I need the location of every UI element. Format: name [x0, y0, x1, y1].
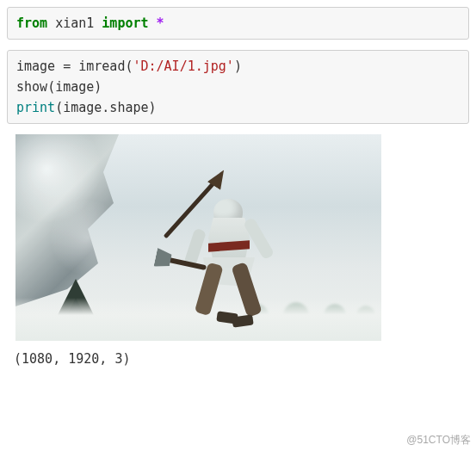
output-image [15, 134, 381, 341]
scene-character [179, 182, 282, 328]
character-bow-icon [164, 178, 219, 238]
code-cell-1: from xian1 import * [7, 7, 469, 40]
code-cell-2: image = imread('D:/AI/1.jpg') show(image… [7, 50, 469, 124]
paren-close-3: ) [149, 100, 157, 115]
paren-close: ) [234, 59, 242, 74]
arg-image: image [55, 79, 94, 95]
paren-open-3: ( [55, 100, 63, 115]
fn-print: print [16, 100, 55, 115]
string-path: 'D:/AI/1.jpg' [133, 59, 233, 74]
character-boot-right [232, 314, 253, 327]
variable-image: image [16, 59, 55, 74]
keyword-from: from [16, 15, 47, 31]
module-name: xian1 [55, 15, 94, 31]
fn-imread: imread [78, 59, 125, 74]
character-leg-right [231, 262, 262, 318]
import-star: * [157, 15, 164, 31]
equals-op: = [55, 59, 78, 74]
character-leg-left [195, 263, 224, 317]
paren-close-2: ) [94, 79, 102, 95]
output-text-shape: (1080, 1920, 3) [7, 348, 469, 368]
keyword-import: import [102, 15, 148, 31]
paren-open-2: ( [47, 79, 55, 95]
fn-show: show [16, 79, 47, 95]
arg-image-shape: image.shape [63, 100, 148, 115]
